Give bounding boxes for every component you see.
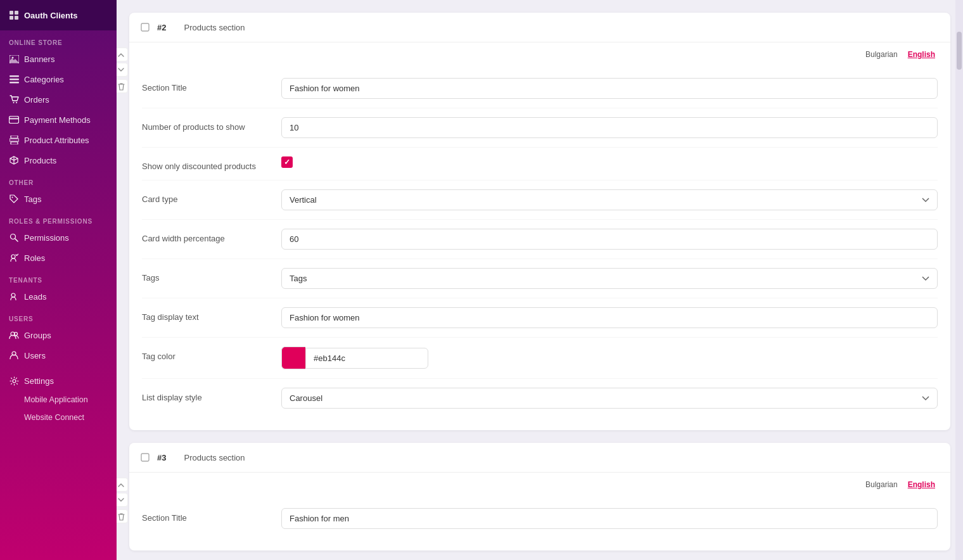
oauth-label: Oauth Clients [24,11,78,20]
section-2-row-card-width: Card width percentage [142,220,938,259]
products-section-3: #3 Products section Bulgarian English [129,443,950,550]
users-label: Users [24,351,46,360]
tag-display-input-wrap [281,307,938,328]
sidebar-item-permissions[interactable]: Permissions [0,227,117,248]
section-3-header: #3 Products section [129,443,950,473]
card-type-select[interactable]: Vertical Horizontal [281,189,938,210]
section-3-down-arrow[interactable] [117,493,128,507]
sidebar: Oauth Clients ONLINE STORE Banners Categ… [0,0,117,560]
section-label-roles: ROLES & PERMISSIONS [0,209,117,227]
svg-rect-24 [141,23,149,31]
role-icon [9,253,19,263]
section-2-row-tags: Tags Tags [142,259,938,298]
show-discounted-checkbox[interactable] [281,156,293,168]
tag-color-label: Tag color [142,347,269,361]
section-2-lang-english[interactable]: English [905,49,938,60]
svg-point-18 [11,255,15,258]
sidebar-item-categories[interactable]: Categories [0,69,117,89]
section-2-header: #2 Products section [129,13,950,42]
tags-select[interactable]: Tags [281,268,938,289]
num-products-input[interactable] [281,117,938,138]
svg-rect-7 [10,79,19,80]
svg-point-23 [13,379,16,383]
card-type-label: Card type [142,189,269,204]
tags-field-label: Tags [142,268,269,283]
section-3-delete-btn[interactable] [117,509,128,523]
card-width-label: Card width percentage [142,229,269,243]
collapse-checkbox-2[interactable] [139,22,151,33]
collapse-checkbox-3[interactable] [139,452,151,463]
sidebar-item-payment-methods[interactable]: Payment Methods [0,110,117,130]
sidebar-item-groups[interactable]: Groups [0,325,117,345]
section-2-lang-bulgarian[interactable]: Bulgarian [863,49,900,60]
scrollbar-track[interactable] [955,0,963,560]
sidebar-item-settings[interactable]: Settings [0,371,117,391]
section-3-lang-bulgarian[interactable]: Bulgarian [863,479,900,490]
section-3-title-input-wrap [281,508,938,529]
section-3-up-arrow[interactable] [117,478,128,492]
section-label-tenants: TENANTS [0,268,117,286]
groups-label: Groups [24,331,51,340]
section-title-label: Section Title [142,78,269,92]
section-3-title-label: Section Title [142,508,269,523]
sidebar-item-orders[interactable]: Orders [0,89,117,110]
svg-rect-14 [10,139,19,141]
main-content: #2 Products section Bulgarian English [117,0,963,560]
svg-rect-0 [10,11,13,15]
section-2-title: Products section [184,23,245,32]
sidebar-item-product-attributes[interactable]: Product Attributes [0,130,117,150]
card-width-input[interactable] [281,229,938,250]
show-discounted-label: Show only discounted products [142,156,269,171]
tag-display-input[interactable] [281,307,938,328]
sidebar-top-item[interactable]: Oauth Clients [0,0,117,30]
categories-icon [9,74,19,84]
section-2-row-title: Section Title [142,69,938,108]
color-swatch[interactable] [281,347,305,369]
sidebar-item-banners[interactable]: Banners [0,49,117,69]
products-section-2: #2 Products section Bulgarian English [129,13,950,430]
scrollbar-thumb[interactable] [957,32,962,70]
num-products-input-wrap [281,117,938,138]
mobile-app-label: Mobile Application [24,395,88,404]
categories-label: Categories [24,75,64,84]
settings-label: Settings [24,376,54,386]
banners-label: Banners [24,54,54,64]
tags-select-wrap: Tags [281,268,938,289]
card-width-input-wrap [281,229,938,250]
oauth-icon [9,10,19,20]
image-icon [9,54,19,64]
sidebar-item-products[interactable]: Products [0,150,117,170]
list-display-select[interactable]: Carousel Grid List [281,388,938,409]
svg-rect-6 [10,75,19,77]
user-icon [9,350,19,360]
website-connect-label: Website Connect [24,413,84,422]
section-2-delete-btn[interactable] [117,79,128,93]
sidebar-item-users[interactable]: Users [0,345,117,366]
svg-rect-15 [11,142,18,144]
sidebar-item-leads[interactable]: Leads [0,286,117,307]
section-2-down-arrow[interactable] [117,63,128,77]
svg-rect-12 [9,118,19,120]
section-2-row-discounted: Show only discounted products [142,148,938,181]
svg-rect-13 [11,136,18,138]
list-display-label: List display style [142,388,269,402]
section-2-row-list-display: List display style Carousel Grid List [142,379,938,417]
section-3-title-input[interactable] [281,508,938,529]
section-label-other: OTHER [0,170,117,189]
section-2-up-arrow[interactable] [117,48,128,61]
sidebar-item-tags[interactable]: Tags [0,189,117,209]
section-3-title: Products section [184,453,245,462]
tag-display-label: Tag display text [142,307,269,322]
card-type-select-wrap: Vertical Horizontal [281,189,938,210]
sidebar-sub-item-website-connect[interactable]: Website Connect [0,409,117,426]
leads-icon [9,291,19,302]
permissions-label: Permissions [24,233,69,243]
section-title-input[interactable] [281,78,938,99]
color-hex-input[interactable] [305,348,428,369]
section-label-users: USERS [0,307,117,325]
section-3-lang-english[interactable]: English [905,479,938,490]
section-3-number: #3 [157,453,166,462]
sidebar-item-roles[interactable]: Roles [0,248,117,268]
section-2-form: Section Title Number of products to show… [129,63,950,430]
sidebar-sub-item-mobile-app[interactable]: Mobile Application [0,391,117,409]
